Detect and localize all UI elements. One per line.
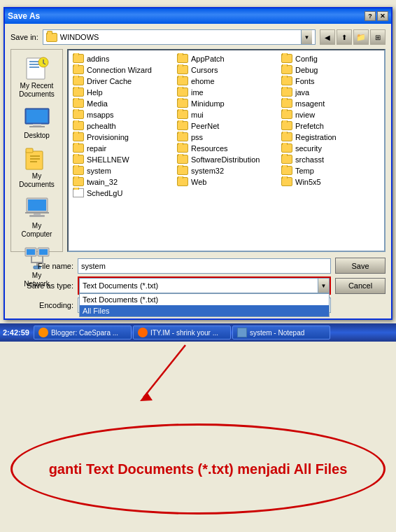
svg-rect-13 bbox=[30, 161, 37, 162]
list-item[interactable]: SHELLNEW bbox=[71, 154, 173, 164]
folder-icon bbox=[281, 99, 292, 108]
list-item[interactable]: nview bbox=[280, 109, 381, 120]
taskbar-btn-ity[interactable]: ITY.IM - shrink your ... bbox=[133, 326, 231, 340]
sidebar-item-desktop[interactable]: Desktop bbox=[13, 104, 61, 141]
new-folder-button[interactable]: 📁 bbox=[353, 29, 369, 45]
list-item[interactable]: msapps bbox=[71, 109, 173, 120]
savetype-arrow[interactable]: ▼ bbox=[318, 279, 329, 293]
list-item[interactable]: Media bbox=[71, 98, 173, 108]
folder-icon bbox=[73, 99, 84, 108]
save-button[interactable]: Save bbox=[335, 258, 386, 274]
folder-icon bbox=[73, 121, 84, 130]
folder-icon bbox=[73, 76, 84, 85]
list-item[interactable]: ehome bbox=[176, 76, 277, 86]
svg-rect-9 bbox=[26, 151, 43, 169]
list-item[interactable]: Debug bbox=[280, 64, 381, 75]
list-item[interactable]: srchasst bbox=[280, 154, 381, 164]
views-button[interactable]: ⊞ bbox=[370, 29, 386, 45]
list-item[interactable]: Provisioning bbox=[71, 132, 173, 142]
list-item[interactable]: repair bbox=[71, 143, 173, 153]
title-bar-buttons: ? ✕ bbox=[365, 11, 388, 21]
dropdown-item-all[interactable]: All Files bbox=[80, 305, 329, 316]
folder-icon bbox=[73, 54, 84, 63]
list-item[interactable]: PeerNet bbox=[176, 120, 277, 131]
list-item[interactable]: Cursors bbox=[176, 64, 277, 75]
svg-rect-18 bbox=[25, 212, 49, 214]
folder-icon bbox=[46, 33, 57, 42]
folder-icon bbox=[177, 54, 188, 63]
savetype-row: Save as type: Text Documents (*.txt) ▼ T… bbox=[10, 276, 386, 295]
taskbar-notepad-label: system - Notepad bbox=[250, 329, 304, 337]
list-item[interactable]: Win5x5 bbox=[280, 176, 381, 187]
list-item[interactable]: Temp bbox=[280, 165, 381, 176]
folder-icon bbox=[73, 144, 84, 153]
list-item[interactable]: Help bbox=[71, 87, 173, 97]
list-item[interactable]: Resources bbox=[176, 143, 277, 153]
savetype-label: Save as type: bbox=[10, 281, 73, 290]
filename-label: File name: bbox=[10, 262, 73, 270]
list-item[interactable]: system bbox=[71, 165, 173, 176]
list-item[interactable]: pss bbox=[176, 132, 277, 142]
folder-icon bbox=[177, 88, 188, 97]
list-item[interactable]: Minidump bbox=[176, 98, 277, 108]
folder-icon bbox=[73, 166, 84, 175]
sidebar-mycomputer-label: MyComputer bbox=[22, 222, 52, 239]
filename-input[interactable] bbox=[78, 258, 331, 274]
list-item[interactable]: msagent bbox=[280, 98, 381, 108]
list-item[interactable]: pchealth bbox=[71, 120, 173, 131]
svg-rect-22 bbox=[39, 249, 48, 255]
taskbar: 2:42:59 Blogger: CaeSpara ... ITY.IM - s… bbox=[0, 323, 396, 342]
annotation-text: ganti Text Documents (*.txt) menjadi All… bbox=[35, 461, 362, 477]
list-item[interactable]: mui bbox=[176, 109, 277, 120]
sidebar-item-mycomputer[interactable]: MyComputer bbox=[13, 194, 61, 241]
savetype-dropdown[interactable]: Text Documents (*.txt) All Files bbox=[79, 293, 330, 317]
list-item[interactable]: Web bbox=[176, 176, 277, 187]
list-item[interactable]: ime bbox=[176, 87, 277, 97]
dialog-body: Save in: WINDOWS ▼ ◀ ⬆ 📁 ⊞ bbox=[5, 24, 391, 318]
sidebar-item-mydocs[interactable]: MyDocuments bbox=[13, 144, 61, 191]
list-item[interactable]: system32 bbox=[176, 165, 277, 176]
taskbar-btn-notepad[interactable]: system - Notepad bbox=[232, 326, 330, 340]
save-in-label: Save in: bbox=[10, 33, 38, 41]
title-bar: Save As ? ✕ bbox=[5, 8, 391, 24]
svg-rect-3 bbox=[29, 66, 39, 68]
folder-icon bbox=[281, 177, 292, 186]
list-item[interactable]: AppPatch bbox=[176, 53, 277, 64]
savetype-combo[interactable]: Text Documents (*.txt) ▼ bbox=[79, 278, 330, 293]
save-in-row: Save in: WINDOWS ▼ ◀ ⬆ 📁 ⊞ bbox=[10, 29, 386, 45]
list-item[interactable]: security bbox=[280, 143, 381, 153]
list-item[interactable]: Prefetch bbox=[280, 120, 381, 131]
folder-icon bbox=[73, 132, 84, 141]
up-button[interactable]: ⬆ bbox=[337, 29, 352, 45]
back-button[interactable]: ◀ bbox=[320, 29, 335, 45]
dropdown-item-txt[interactable]: Text Documents (*.txt) bbox=[80, 294, 329, 305]
list-item[interactable]: Connection Wizard bbox=[71, 64, 173, 75]
folder-icon bbox=[281, 121, 292, 130]
list-item[interactable]: Config bbox=[280, 53, 381, 64]
folder-icon bbox=[73, 188, 84, 197]
nav-buttons: ◀ ⬆ 📁 ⊞ bbox=[320, 29, 386, 45]
help-button[interactable]: ? bbox=[365, 11, 376, 21]
list-item[interactable]: Driver Cache bbox=[71, 76, 173, 86]
taskbar-btn-blogger[interactable]: Blogger: CaeSpara ... bbox=[34, 326, 132, 340]
svg-rect-15 bbox=[28, 200, 46, 211]
combo-arrow[interactable]: ▼ bbox=[301, 30, 312, 44]
save-in-combo[interactable]: WINDOWS ▼ bbox=[43, 29, 316, 45]
list-item[interactable]: Fonts bbox=[280, 76, 381, 86]
list-item[interactable]: addins bbox=[71, 53, 173, 64]
folder-icon bbox=[281, 76, 292, 85]
folder-icon bbox=[177, 144, 188, 153]
sidebar-mydocs-label: MyDocuments bbox=[19, 172, 55, 189]
sidebar-item-recent[interactable]: My RecentDocuments bbox=[13, 54, 61, 101]
list-item[interactable]: twain_32 bbox=[71, 176, 173, 187]
list-item[interactable]: java bbox=[280, 87, 381, 97]
svg-marker-29 bbox=[140, 392, 153, 401]
folder-icon bbox=[177, 166, 188, 175]
file-list[interactable]: addinsAppPatchConfigConnection WizardCur… bbox=[67, 49, 386, 252]
cancel-button[interactable]: Cancel bbox=[335, 278, 386, 294]
list-item[interactable]: SchedLgU bbox=[71, 188, 173, 198]
list-item[interactable]: Registration bbox=[280, 132, 381, 142]
list-item[interactable]: SoftwareDistribution bbox=[176, 154, 277, 164]
left-sidebar: My RecentDocuments Desktop bbox=[10, 49, 63, 252]
close-button[interactable]: ✕ bbox=[377, 11, 388, 21]
